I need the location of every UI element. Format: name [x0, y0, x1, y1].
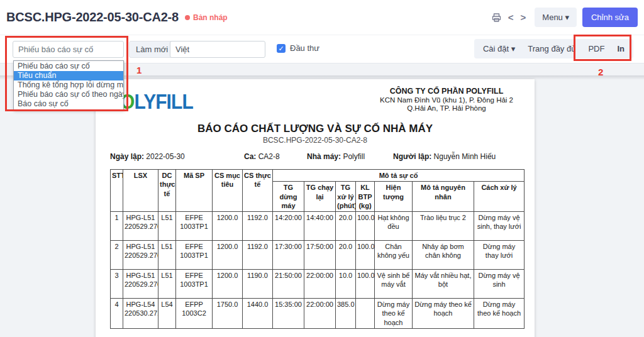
menu-button[interactable]: Menu ▾: [535, 8, 577, 27]
table-cell: 10.0: [336, 270, 356, 299]
table-cell: 20.0: [336, 241, 356, 270]
table-row: 4HPG-L54 220530.271L54EFPP 1003C21750.01…: [111, 299, 525, 329]
table-cell: EFPP 1003C2: [176, 299, 213, 329]
meta-shift-label: Ca:: [244, 152, 256, 161]
table-row: 3HPG-L51 220529.276L51EFPE 1003TP11200.0…: [111, 270, 525, 299]
table-cell: Dừng máy theo kế hoạch: [375, 299, 413, 329]
status-badge: Bản nháp: [185, 13, 228, 22]
table-subheader-cell: TG xử lý (phút): [336, 182, 356, 212]
table-subheader-cell: TG chạy lại: [304, 182, 336, 212]
checkbox-checked-icon[interactable]: ✓: [277, 44, 286, 53]
table-cell: L54: [158, 299, 176, 329]
company-address-1: KCN Nam Đình Vũ (khu 1), P. Đông Hải 2: [380, 96, 513, 104]
status-dot-icon: [185, 15, 190, 20]
table-subheader-cell: KL BTP (kg): [356, 182, 375, 212]
report-page: POLYFILL CÔNG TY CỔ PHẦN POLYFILL KCN Na…: [96, 79, 535, 337]
meta-date-label: Ngày lập:: [110, 152, 144, 161]
table-cell: 385.0: [336, 299, 356, 329]
table-cell: Nhảy áp bơm chân không: [413, 241, 474, 270]
print-icon[interactable]: [491, 13, 502, 23]
fullpage-button[interactable]: Trang đầy đủ: [528, 44, 575, 53]
table-cell: 14:20:00: [273, 212, 304, 241]
meta-author-label: Người lập:: [393, 152, 431, 161]
table-cell: L51: [158, 241, 176, 270]
table-cell: 2: [111, 241, 123, 270]
table-cell: HPG-L51 220529.276: [123, 270, 158, 299]
company-block: CÔNG TY CỔ PHẦN POLYFILL KCN Nam Đình Vũ…: [380, 87, 513, 112]
meta-date-value: 2022-05-30: [146, 152, 184, 161]
table-cell: EFPE 1003TP1: [176, 270, 213, 299]
table-cell: Dừng máy vệ sinh, thay lưới: [474, 212, 525, 241]
table-cell: 1190.0: [243, 270, 273, 299]
table-subheader-cell: TG dừng máy: [273, 182, 304, 212]
company-name: CÔNG TY CỔ PHẦN POLYFILL: [380, 87, 513, 96]
header-actions: < > Menu ▾ Chỉnh sửa: [491, 8, 638, 27]
page-title: BCSC.HPG-2022-05-30-CA2-8: [6, 10, 179, 25]
edit-button[interactable]: Chỉnh sửa: [582, 8, 638, 27]
table-cell: 4: [111, 299, 123, 329]
refresh-button[interactable]: Làm mới: [129, 41, 175, 58]
table-cell: 100.0: [356, 270, 375, 299]
table-cell: Chân không yếu: [375, 241, 413, 270]
table-row: 2HPG-L51 220529.276L51EFPE 1003TP11200.0…: [111, 241, 525, 270]
table-cell: Dừng máy theo kế hoạch: [474, 299, 525, 329]
table-header-cell: LSX: [123, 170, 158, 212]
table-subheader-cell: Mô tả nguyên nhân: [413, 182, 474, 212]
table-row: 1HPG-L51 220529.276L51EFPE 1003TP11200.0…: [111, 212, 525, 241]
table-cell: 14:40:00: [304, 212, 336, 241]
table-subheader-cell: Hiện tượng: [375, 182, 413, 212]
report-subtitle: BCSC.HPG-2022-05-30-CA2-8: [96, 136, 535, 145]
table-cell: 100.0: [356, 212, 375, 241]
report-title: BÁO CÁO CHẤT LƯỢNG VÀ SỰ CỐ NHÀ MÁY: [96, 123, 535, 135]
table-header-cell: CS thực tế: [243, 170, 273, 212]
status-badge-label: Bản nháp: [193, 13, 228, 22]
table-cell: 17:50:00: [304, 241, 336, 270]
meta-author: Người lập: Nguyễn Minh Hiếu: [393, 152, 496, 161]
table-cell: [356, 299, 375, 329]
table-cell: 1440.0: [243, 299, 273, 329]
table-cell: 1750.0: [213, 299, 243, 329]
meta-factory-label: Nhà máy:: [307, 152, 341, 161]
table-header-cell: Mô tả sự cố: [273, 170, 525, 182]
table-cell: 1200.0: [213, 241, 243, 270]
table-cell: EFPE 1003TP1: [176, 212, 213, 241]
table-cell: 22:00:00: [304, 299, 336, 329]
table-cell: Dừng máy thay lưới: [474, 241, 525, 270]
table-cell: 20.0: [336, 212, 356, 241]
app-header: BCSC.HPG-2022-05-30-CA2-8 Bản nháp < > M…: [0, 0, 644, 35]
meta-shift-value: CA2-8: [258, 152, 280, 161]
settings-button[interactable]: Cài đặt ▾: [483, 44, 515, 53]
table-cell: 17:30:00: [273, 241, 304, 270]
language-input[interactable]: [170, 41, 265, 58]
table-cell: 1192.0: [243, 241, 273, 270]
chevron-left-icon[interactable]: <: [508, 12, 514, 23]
table-cell: 22:00:00: [304, 270, 336, 299]
company-address-2: Q.Hải An, TP. Hải Phòng: [380, 104, 513, 112]
annotation-box-2: [574, 35, 631, 61]
table-cell: L51: [158, 212, 176, 241]
table-cell: 1200.0: [213, 270, 243, 299]
table-cell: Máy vắt nhiều hạt, bột: [413, 270, 474, 299]
meta-factory-value: Polyfill: [343, 152, 365, 161]
annotation-box-1: [5, 36, 128, 111]
table-cell: Dừng máy vệ sinh: [474, 270, 525, 299]
table-cell: 3: [111, 270, 123, 299]
table-header-cell: Mã SP: [176, 170, 213, 212]
logo-letters-rest: LYFILL: [134, 89, 192, 113]
table-cell: HPG-L54 220530.271: [123, 299, 158, 329]
table-subheader-cell: Cách xử lý: [474, 182, 525, 212]
meta-shift: Ca: CA2-8: [244, 152, 307, 161]
annotation-number-1: 1: [136, 65, 142, 75]
letterhead-label: Đầu thư: [290, 43, 319, 53]
table-cell: 1200.0: [213, 212, 243, 241]
chevron-right-icon[interactable]: >: [520, 12, 527, 23]
table-cell: Vệ sinh bể máy vắt: [375, 270, 413, 299]
meta-date: Ngày lập: 2022-05-30: [110, 152, 244, 161]
table-header-cell: STT: [111, 170, 123, 212]
annotation-number-2: 2: [598, 67, 603, 77]
table-cell: HPG-L51 220529.276: [123, 241, 158, 270]
table-header-cell: CS mục tiêu: [213, 170, 243, 212]
letterhead-toggle[interactable]: ✓ Đầu thư: [277, 43, 319, 53]
table-cell: Hạt không đều: [375, 212, 413, 241]
table-cell: HPG-L51 220529.276: [123, 212, 158, 241]
